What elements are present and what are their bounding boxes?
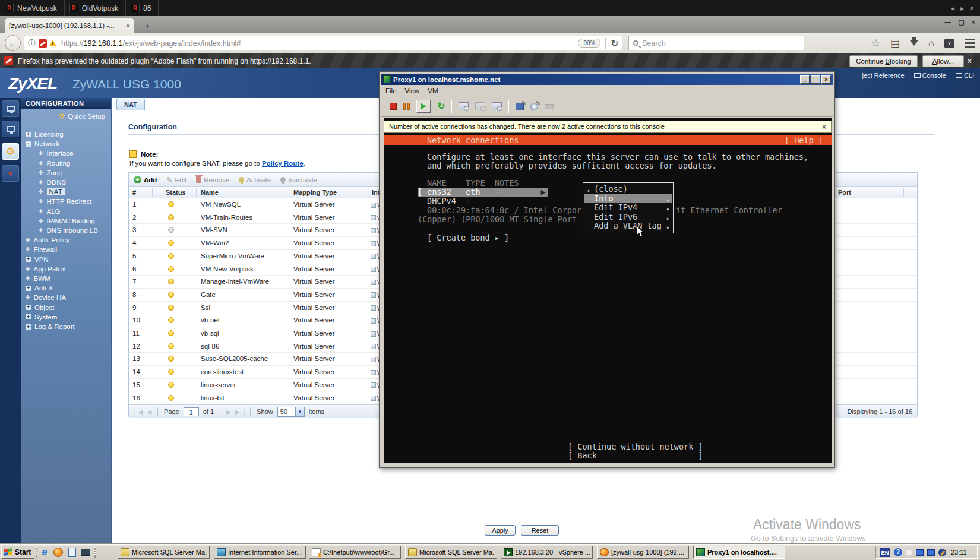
menu-item--close-[interactable]: ◂(close)	[584, 185, 672, 194]
quicklaunch-firefox[interactable]	[52, 546, 64, 558]
close-icon[interactable]: ×	[968, 57, 972, 65]
sidebar-item-zone[interactable]: ✛Zone	[21, 168, 111, 178]
expand-icon[interactable]: +	[26, 305, 31, 310]
object-reference-link[interactable]: ject Reference	[862, 72, 905, 79]
col-mapping-type[interactable]: Mapping Type	[293, 189, 337, 196]
tab-nat[interactable]: NAT	[116, 99, 145, 110]
tray-window-icon[interactable]	[906, 550, 912, 555]
menu-icon[interactable]	[965, 39, 975, 48]
expand-icon[interactable]: +	[26, 132, 31, 137]
toolbar-grip[interactable]	[36, 547, 37, 558]
downloads-icon[interactable]	[910, 40, 918, 46]
taskbar-button[interactable]: Internet Information Ser...	[214, 546, 306, 559]
maximize-icon[interactable]: □	[811, 75, 820, 84]
quicklaunch-document[interactable]	[66, 546, 78, 558]
quicklaunch-desktop[interactable]	[80, 546, 91, 558]
sidebar-item-app-patrol[interactable]: ✛App Patrol	[21, 264, 111, 274]
remote-session-tab[interactable]: RNewVotpusk	[0, 0, 65, 16]
menu-item-add-a-vlan-tag[interactable]: Add a VLAN tag▸	[584, 222, 672, 231]
tab-scroll-left-icon[interactable]: ◂	[951, 4, 954, 12]
power-off-icon[interactable]	[390, 103, 397, 110]
site-info-icon[interactable]: ⓘ	[28, 38, 36, 49]
sidebar-item-dns-inbound-lb[interactable]: ✛DNS Inbound LB	[21, 226, 111, 235]
minimize-icon[interactable]: _	[800, 75, 810, 84]
sidebar-item-alg[interactable]: ✛ALG	[21, 207, 111, 216]
tab-scroll-right-icon[interactable]: ▸	[960, 4, 964, 12]
sidebar-item-object[interactable]: +Object	[21, 303, 111, 312]
menu-view[interactable]: View	[401, 87, 424, 94]
taskbar-button[interactable]: Proxy1 on localhost....	[693, 546, 785, 559]
close-icon[interactable]: ×	[821, 75, 831, 84]
tab-close-icon[interactable]: ×	[127, 22, 130, 29]
create-bond-button[interactable]: [ Create bond ▸ ]	[427, 233, 509, 243]
network-computer-icon[interactable]	[916, 549, 924, 556]
prev-page-icon[interactable]: ◀	[147, 409, 151, 415]
snapshot-manager-icon[interactable]	[492, 102, 502, 110]
vm-console-screen[interactable]: Number of active connections has changed…	[384, 118, 832, 463]
add-button[interactable]: +Add	[134, 176, 157, 183]
sidebar-item-log-report[interactable]: +Log & Report	[21, 322, 111, 331]
cdrom-settings-icon[interactable]	[530, 103, 538, 110]
quicklaunch-ie[interactable]: e	[39, 546, 50, 558]
taskbar-button[interactable]: [zywall-usg-1000] (192....	[597, 546, 689, 559]
policy-route-link[interactable]: Policy Route	[262, 160, 304, 167]
new-tab-button[interactable]: +	[140, 20, 154, 31]
remote-session-tab[interactable]: ROldVotpusk	[65, 0, 126, 16]
take-snapshot-icon[interactable]	[459, 102, 469, 110]
vsphere-tray-icon[interactable]	[938, 549, 946, 556]
last-page-icon[interactable]: ▶▕	[235, 409, 244, 415]
allow-button[interactable]: Allow...	[922, 55, 964, 67]
close-icon[interactable]: ×	[822, 122, 826, 133]
sidebar-item-http-redirect[interactable]: ✛HTTP Redirect	[21, 197, 111, 206]
expand-icon[interactable]: +	[26, 324, 31, 330]
next-page-icon[interactable]: ▶	[226, 409, 231, 415]
bookmark-star-icon[interactable]: ☆	[871, 38, 880, 48]
quick-setup-link[interactable]: ⚒ Quick Setup	[59, 112, 105, 121]
vmware-titlebar[interactable]: Proxy1 on localhost.mshome.net _ □ ×	[381, 74, 833, 85]
sidebar-item-device-ha[interactable]: ✛Device HA	[21, 293, 111, 302]
console-link[interactable]: Console	[914, 72, 946, 79]
expand-icon[interactable]: +	[26, 257, 31, 262]
menu-item-info[interactable]: Info▸	[584, 194, 672, 204]
sidebar-item-nat[interactable]: ✛NAT	[21, 187, 111, 197]
tab-close-icon[interactable]: ×	[970, 4, 974, 12]
back-button[interactable]: ←	[5, 35, 21, 51]
col-index[interactable]: #	[132, 189, 136, 196]
search-input[interactable]: Search	[628, 36, 804, 50]
menu-item-edit-ipv6[interactable]: Edit IPv6▸	[584, 213, 672, 222]
browser-tab[interactable]: [zywall-usg-1000] (192.168.1.1) -... ×	[5, 18, 134, 33]
sidebar-item-firewall[interactable]: ✛Firewall	[21, 245, 111, 254]
suspend-icon[interactable]	[403, 103, 410, 110]
pocket-icon[interactable]: ∨	[944, 39, 954, 48]
menu-item-edit-ipv4[interactable]: Edit IPv4▸	[584, 203, 672, 213]
toolbar-grip[interactable]	[94, 547, 96, 558]
sidebar-item-interface[interactable]: ✛Interface	[21, 148, 111, 158]
remote-session-tab[interactable]: R86	[126, 0, 159, 16]
language-indicator[interactable]: EN	[880, 548, 890, 557]
back-button[interactable]: [ Back ]	[568, 451, 703, 461]
sidebar-item-network[interactable]: −Network	[21, 139, 111, 148]
start-button[interactable]: Start	[1, 546, 34, 559]
taskbar-button[interactable]: Microsoft SQL Server Ma...	[118, 546, 210, 559]
first-page-icon[interactable]: ▏◀	[134, 409, 143, 415]
network-computer-icon[interactable]	[927, 549, 935, 556]
sidebar-item-auth-policy[interactable]: ✛Auth. Policy	[21, 235, 111, 245]
collapse-icon[interactable]: −	[26, 141, 31, 147]
minimize-icon[interactable]: —	[944, 18, 951, 26]
configuration-tab[interactable]: ⚙	[2, 143, 19, 160]
bookmarks-menu-icon[interactable]: ▤	[890, 38, 900, 48]
expand-icon[interactable]: +	[26, 286, 31, 291]
maximize-icon[interactable]: ▢	[958, 18, 964, 26]
floppy-settings-icon[interactable]	[516, 103, 524, 110]
help-tray-icon[interactable]: ?	[894, 548, 902, 556]
sidebar-item-ddns[interactable]: ✛DDNS	[21, 178, 111, 187]
continue-blocking-button[interactable]: Continue Blocking	[849, 55, 918, 67]
reset-button[interactable]: Reset	[521, 525, 559, 536]
menu-file[interactable]: File	[381, 87, 401, 94]
taskbar-button[interactable]: C:\Inetpub\wwwroot\Gr...	[309, 546, 401, 559]
sidebar-item-ip-mac-binding[interactable]: ✛IP/MAC Binding	[21, 216, 111, 226]
taskbar-button[interactable]: Microsoft SQL Server Ma...	[405, 546, 497, 559]
apply-button[interactable]: Apply	[485, 525, 516, 536]
sidebar-item-anti-x[interactable]: +Anti-X	[21, 283, 111, 293]
help-button[interactable]: [ Help ]	[785, 136, 823, 145]
